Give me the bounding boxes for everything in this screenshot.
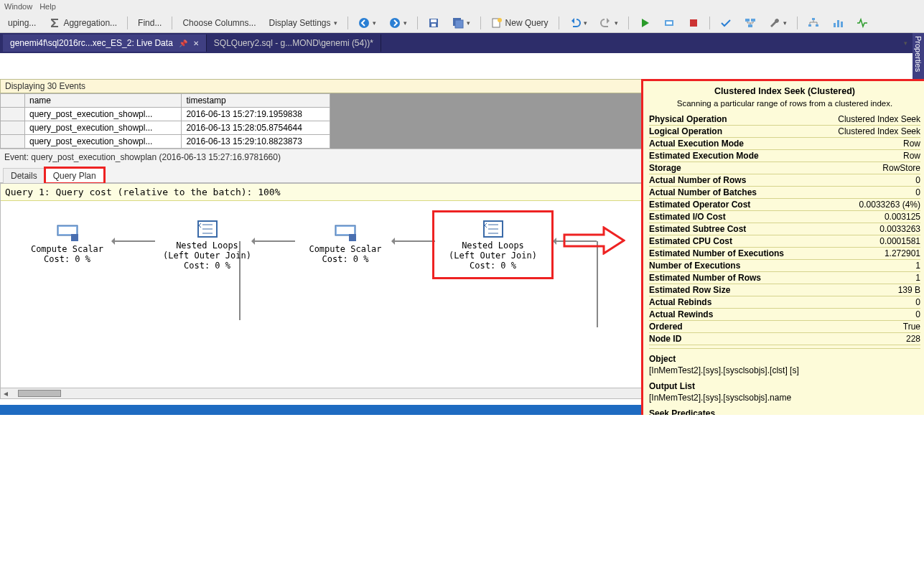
debug-icon xyxy=(663,17,675,29)
menu-fragment: Window Help xyxy=(0,0,924,13)
find-button[interactable]: Find... xyxy=(133,15,167,31)
stats-button[interactable] xyxy=(827,15,849,31)
live-stats-button[interactable] xyxy=(851,15,873,31)
nested-loops-icon xyxy=(481,219,505,239)
plan-arrow xyxy=(392,240,435,242)
stop-icon xyxy=(688,17,699,29)
operator-tooltip: Clustered Index Seek (Clustered) Scannin… xyxy=(641,79,924,415)
tooltip-seek-label: Seek Predicates xyxy=(649,408,920,415)
svg-rect-14 xyxy=(748,24,752,27)
svg-rect-3 xyxy=(431,19,437,22)
tooltip-row: Actual Number of Batches0 xyxy=(649,187,920,199)
plan-arrow xyxy=(112,240,155,242)
tooltip-output-value: [InMemTest2].[sys].[sysclsobjs].name xyxy=(649,392,920,403)
tooltip-row: Estimated Row Size139 B xyxy=(649,284,920,296)
close-icon[interactable]: ✕ xyxy=(193,39,199,47)
tab-details[interactable]: Details xyxy=(3,168,45,183)
tooltip-row: Physical OperationClustered Index Seek xyxy=(649,113,920,126)
save-button[interactable] xyxy=(423,15,444,31)
stats-icon xyxy=(832,17,844,29)
nav-forward-button[interactable]: ▾ xyxy=(384,15,412,31)
tooltip-row: Node ID228 xyxy=(649,333,920,345)
svg-point-0 xyxy=(359,18,369,28)
main-toolbar: uping... Aggregation... Find... Choose C… xyxy=(0,13,924,33)
stop-button[interactable] xyxy=(683,15,704,31)
tooltip-object-label: Object xyxy=(649,353,920,365)
row-header[interactable] xyxy=(1,121,25,135)
tooltip-row: Estimated CPU Cost0.0001581 xyxy=(649,235,920,248)
plan-icon-button[interactable] xyxy=(739,15,761,31)
tooltip-row: Estimated Number of Rows1 xyxy=(649,272,920,284)
svg-rect-23 xyxy=(71,234,78,241)
svg-point-1 xyxy=(390,18,400,28)
tooltip-row: Number of Executions1 xyxy=(649,260,920,272)
grid-header-name[interactable]: name xyxy=(25,94,182,108)
tooltip-row: Estimated Subtree Cost0.0033263 xyxy=(649,223,920,235)
tooltip-output-label: Output List xyxy=(649,380,920,392)
annotation-arrow-icon xyxy=(561,226,625,255)
svg-rect-13 xyxy=(751,19,755,22)
table-row[interactable]: query_post_execution_showpl... 2016-06-1… xyxy=(1,108,330,121)
compute-scalar-icon xyxy=(333,223,358,243)
tab-dropdown[interactable]: ▾ xyxy=(899,35,913,51)
svg-rect-20 xyxy=(841,22,843,27)
parse-button[interactable] xyxy=(715,15,737,31)
tooltip-subtitle: Scanning a particular range of rows from… xyxy=(649,98,920,109)
new-query-button[interactable]: New Query xyxy=(486,15,554,31)
tooltip-title: Clustered Index Seek (Clustered) xyxy=(649,85,920,97)
properties-side-tab[interactable]: Properties xyxy=(913,33,924,79)
table-row[interactable]: query_post_execution_showpl... 2016-06-1… xyxy=(1,121,330,135)
svg-point-8 xyxy=(498,18,502,22)
plan-node-compute-scalar-2[interactable]: Compute Scalar Cost: 0 % xyxy=(299,223,392,264)
wrench-button[interactable]: ▾ xyxy=(764,15,792,31)
pulse-icon xyxy=(857,17,868,29)
svg-rect-22 xyxy=(59,227,76,234)
grid-header-timestamp[interactable]: timestamp xyxy=(182,94,330,108)
table-row[interactable]: query_post_execution_showpl... 2016-06-1… xyxy=(1,135,330,149)
menu-help[interactable]: Help xyxy=(39,2,56,11)
menu-window[interactable]: Window xyxy=(4,2,32,11)
tooltip-row: Estimated Execution ModeRow xyxy=(649,150,920,162)
svg-rect-18 xyxy=(834,23,836,27)
display-settings-dropdown[interactable]: Display Settings ▾ xyxy=(264,15,342,31)
check-icon xyxy=(720,17,732,29)
save-dropdown-button[interactable]: ▾ xyxy=(447,15,475,31)
pin-icon[interactable]: 📌 xyxy=(179,39,187,47)
row-header[interactable] xyxy=(1,135,25,149)
grouping-button[interactable]: uping... xyxy=(3,15,41,31)
scrollbar-thumb[interactable] xyxy=(18,390,61,397)
svg-rect-26 xyxy=(337,227,354,234)
redo-button[interactable]: ▾ xyxy=(595,15,623,31)
plan-node-nested-loops-1[interactable]: Nested Loops (Left Outer Join) Cost: 0 % xyxy=(151,219,263,271)
tooltip-row: Estimated I/O Cost0.003125 xyxy=(649,211,920,223)
svg-rect-19 xyxy=(837,20,839,27)
svg-rect-15 xyxy=(812,18,815,20)
nav-back-button[interactable]: ▾ xyxy=(353,15,381,31)
tooltip-row: Actual Number of Rows0 xyxy=(649,174,920,187)
debug-button[interactable] xyxy=(658,15,680,31)
choose-columns-button[interactable]: Choose Columns... xyxy=(177,15,261,31)
aggregation-button[interactable]: Aggregation... xyxy=(44,15,122,31)
circle-back-icon xyxy=(358,17,370,29)
plan-icon xyxy=(745,17,756,29)
tooltip-row: Estimated Number of Executions1.272901 xyxy=(649,248,920,260)
tab-sqlquery2[interactable]: SQLQuery2.sql - g...MOND\genemi (54))* xyxy=(207,34,381,52)
tree-icon xyxy=(808,17,819,29)
tooltip-row: StorageRowStore xyxy=(649,162,920,174)
document-tab-bar: genemi4f\sql2016rc...xec_ES_2: Live Data… xyxy=(0,33,913,53)
circle-forward-icon xyxy=(389,17,401,29)
execute-button[interactable] xyxy=(634,15,655,31)
events-grid[interactable]: name timestamp query_post_execution_show… xyxy=(0,93,330,149)
tooltip-row: Actual Rewinds0 xyxy=(649,309,920,321)
svg-rect-16 xyxy=(808,24,811,27)
plan-node-compute-scalar-1[interactable]: Compute Scalar Cost: 0 % xyxy=(22,223,112,264)
grid-header-row: name timestamp xyxy=(1,94,330,108)
include-plan-button[interactable] xyxy=(803,15,824,31)
nested-loops-icon xyxy=(195,219,220,239)
undo-button[interactable]: ▾ xyxy=(564,15,592,31)
plan-node-nested-loops-2[interactable]: Nested Loops (Left Outer Join) Cost: 0 % xyxy=(437,215,549,274)
row-header[interactable] xyxy=(1,108,25,121)
tab-query-plan[interactable]: Query Plan xyxy=(45,168,104,183)
tab-live-data[interactable]: genemi4f\sql2016rc...xec_ES_2: Live Data… xyxy=(3,34,207,52)
tooltip-row: OrderedTrue xyxy=(649,321,920,333)
